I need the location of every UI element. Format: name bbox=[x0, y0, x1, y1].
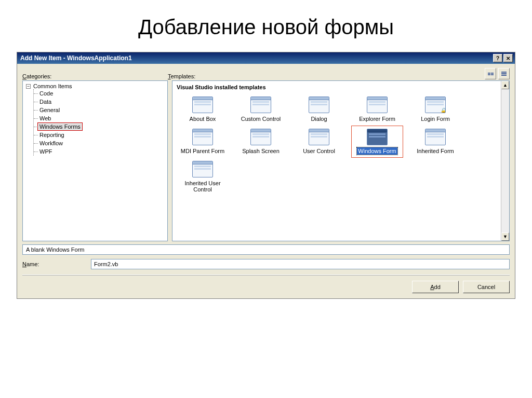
template-item[interactable]: Inherited User Control bbox=[177, 158, 229, 196]
scroll-up-icon[interactable]: ▲ bbox=[501, 81, 509, 89]
tree-root-label[interactable]: Common Items bbox=[33, 83, 72, 89]
tree-item-label: Workflow bbox=[38, 140, 64, 147]
description-box: A blank Windows Form bbox=[22, 244, 510, 255]
help-button[interactable]: ? bbox=[493, 54, 502, 62]
add-button[interactable]: Add bbox=[412, 281, 459, 293]
close-button[interactable]: ✕ bbox=[503, 54, 513, 62]
small-icons-view[interactable] bbox=[498, 68, 510, 79]
add-button-text: dd bbox=[434, 284, 441, 290]
tree-item[interactable]: Code bbox=[35, 89, 164, 98]
template-item[interactable]: Windows Form bbox=[351, 126, 403, 158]
page-title: Добавление новой формы bbox=[0, 0, 532, 52]
name-label-text: ame: bbox=[26, 261, 39, 267]
templates-scrollbar[interactable]: ▲ ▼ bbox=[501, 81, 509, 241]
separator bbox=[22, 275, 510, 276]
titlebar: Add New Item - WindowsApplication1 ? ✕ bbox=[17, 52, 515, 64]
tree-item[interactable]: Reporting bbox=[35, 131, 164, 139]
form-icon bbox=[250, 97, 271, 113]
template-label: Inherited Form bbox=[416, 147, 455, 155]
template-item[interactable]: Custom Control bbox=[235, 93, 287, 126]
template-item[interactable]: Inherited Form bbox=[409, 126, 461, 158]
tree-item[interactable]: Windows Forms bbox=[35, 122, 164, 131]
form-icon bbox=[192, 161, 213, 177]
templates-label-text: emplates: bbox=[171, 73, 196, 79]
template-item[interactable]: Dialog bbox=[293, 93, 345, 126]
form-icon bbox=[367, 97, 388, 113]
template-label: Inherited User Control bbox=[177, 180, 229, 193]
template-item[interactable]: MDI Parent Form bbox=[177, 126, 229, 158]
tree-item-label: Data bbox=[38, 98, 53, 105]
templates-pane: Visual Studio installed templates About … bbox=[172, 80, 510, 241]
name-input[interactable] bbox=[91, 259, 510, 269]
tree-item[interactable]: Web bbox=[35, 114, 164, 122]
tree-item-label: Code bbox=[38, 90, 55, 97]
lock-icon: 🔒 bbox=[440, 107, 446, 113]
template-label: Windows Form bbox=[357, 147, 397, 155]
template-label: Explorer Form bbox=[358, 115, 396, 122]
form-icon bbox=[309, 129, 329, 145]
add-new-item-dialog: Add New Item - WindowsApplication1 ? ✕ C… bbox=[17, 52, 515, 299]
name-label: Name: bbox=[22, 261, 85, 267]
tree-item-label: WPF bbox=[38, 148, 54, 155]
tree-item[interactable]: General bbox=[35, 106, 164, 114]
form-icon bbox=[250, 129, 271, 145]
template-label: About Box bbox=[189, 115, 217, 122]
tree-collapse-icon[interactable]: − bbox=[26, 84, 31, 89]
form-icon bbox=[309, 97, 329, 113]
tree-item-label: Reporting bbox=[38, 131, 66, 139]
form-icon bbox=[425, 129, 446, 145]
cancel-button[interactable]: Cancel bbox=[463, 281, 510, 293]
tree-item-label: Web bbox=[38, 115, 52, 122]
template-label: Login Form bbox=[420, 115, 451, 122]
categories-label-text: ategories: bbox=[26, 73, 51, 79]
categories-tree[interactable]: − Common Items CodeDataGeneralWebWindows… bbox=[22, 80, 168, 241]
scroll-down-icon[interactable]: ▼ bbox=[501, 232, 509, 241]
tree-item-label: Windows Forms bbox=[38, 123, 82, 130]
template-item[interactable]: Explorer Form bbox=[351, 93, 403, 126]
template-label: User Control bbox=[302, 147, 336, 155]
template-item[interactable]: Splash Screen bbox=[235, 126, 287, 158]
tree-item[interactable]: WPF bbox=[35, 147, 164, 156]
tree-item-label: General bbox=[38, 106, 61, 114]
template-item[interactable]: User Control bbox=[293, 126, 345, 158]
templates-section-header: Visual Studio installed templates bbox=[177, 84, 497, 90]
form-icon bbox=[192, 97, 213, 113]
tree-item[interactable]: Workflow bbox=[35, 139, 164, 147]
large-icons-view[interactable] bbox=[485, 68, 496, 79]
template-label: Splash Screen bbox=[241, 147, 281, 155]
tree-item[interactable]: Data bbox=[35, 98, 164, 106]
template-label: Custom Control bbox=[240, 115, 282, 122]
templates-label: Templates: bbox=[168, 73, 485, 79]
titlebar-text: Add New Item - WindowsApplication1 bbox=[20, 54, 493, 62]
template-label: MDI Parent Form bbox=[180, 147, 225, 155]
form-icon bbox=[367, 129, 388, 145]
form-icon bbox=[192, 129, 213, 145]
template-item[interactable]: 🔒Login Form bbox=[409, 93, 461, 126]
template-label: Dialog bbox=[310, 115, 328, 122]
template-item[interactable]: About Box bbox=[177, 93, 229, 126]
categories-label: Categories: bbox=[22, 73, 168, 79]
form-icon: 🔒 bbox=[425, 97, 446, 113]
